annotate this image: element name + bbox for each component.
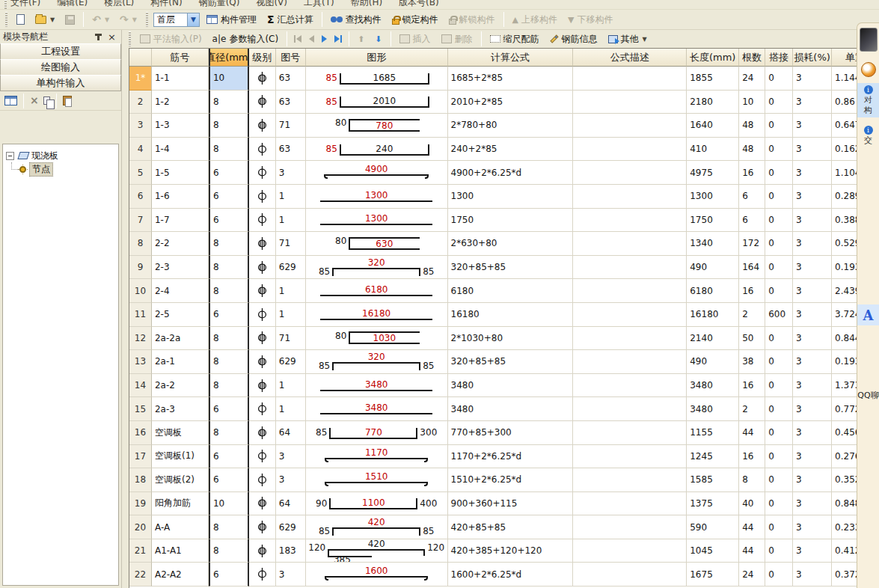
lap-cell[interactable]: 0 [765, 256, 793, 280]
tree-node-joint[interactable]: 节点 [19, 162, 115, 176]
count-cell[interactable]: 40 [739, 492, 765, 516]
formula-cell[interactable]: 4900+2*6.25*d [448, 161, 574, 185]
figure-no-cell[interactable]: 63 [276, 67, 306, 91]
diameter-cell[interactable]: 6 [209, 161, 249, 185]
bar-id-cell[interactable]: 2-5 [152, 303, 209, 327]
count-cell[interactable]: 44 [739, 539, 765, 563]
lap-cell[interactable]: 0 [765, 492, 793, 516]
formula-cell[interactable]: 3480 [448, 397, 574, 421]
diameter-cell[interactable]: 6 [209, 185, 249, 209]
bar-id-cell[interactable]: 1-7 [152, 209, 209, 233]
bar-id-cell[interactable]: 2a-3 [152, 397, 209, 421]
menu-item[interactable]: 帮助(H) [351, 0, 382, 9]
bar-id-cell[interactable]: 2a-1 [152, 350, 209, 374]
figure-cell[interactable]: 1300 [306, 185, 448, 209]
loss-cell[interactable]: 3 [793, 468, 832, 492]
figure-cell[interactable]: 901100400 [306, 492, 448, 516]
count-cell[interactable]: 24 [739, 67, 765, 91]
loss-cell[interactable]: 3 [793, 138, 832, 162]
count-cell[interactable]: 16 [739, 374, 765, 398]
figure-no-cell[interactable]: 3 [276, 445, 306, 469]
lap-cell[interactable]: 0 [765, 114, 793, 138]
figure-cell[interactable]: 80780 [306, 114, 448, 138]
row-number-cell[interactable]: 19 [129, 492, 152, 516]
figure-cell[interactable]: 8542085 [306, 515, 448, 539]
row-number-cell[interactable]: 4 [129, 138, 152, 162]
formula-desc-cell[interactable] [573, 468, 687, 492]
formula-desc-cell[interactable] [573, 185, 687, 209]
header-count[interactable]: 根数 [739, 49, 765, 67]
loss-cell[interactable]: 3 [793, 374, 832, 398]
row-number-cell[interactable]: 12 [129, 327, 152, 351]
figure-no-cell[interactable]: 1 [276, 374, 306, 398]
figure-cell[interactable]: 16180 [306, 303, 448, 327]
next-record-button[interactable] [319, 34, 329, 44]
bar-id-cell[interactable]: 1-1 [152, 67, 209, 91]
figure-no-cell[interactable]: 71 [276, 327, 306, 351]
lap-cell[interactable]: 0 [765, 468, 793, 492]
bar-id-cell[interactable]: 1-4 [152, 138, 209, 162]
new-file-button[interactable] [13, 13, 28, 26]
formula-desc-cell[interactable] [573, 232, 687, 256]
grade-cell[interactable] [249, 515, 276, 539]
lap-cell[interactable]: 0 [765, 209, 793, 233]
tree-node-slab[interactable]: 现浇板 [6, 149, 115, 162]
length-cell[interactable]: 490 [687, 350, 739, 374]
figure-no-cell[interactable]: 63 [276, 138, 306, 162]
formula-cell[interactable]: 770+85+300 [448, 421, 574, 445]
figure-cell[interactable]: 6180 [306, 279, 448, 303]
formula-cell[interactable]: 1685+2*85 [448, 67, 574, 91]
figure-cell[interactable]: 80630 [306, 232, 448, 256]
header-diameter[interactable]: 直径(mm) [209, 49, 249, 67]
toolbar-grip[interactable] [5, 12, 7, 27]
count-cell[interactable]: 44 [739, 421, 765, 445]
figure-cell[interactable]: 4900 [306, 161, 448, 185]
length-cell[interactable]: 3480 [687, 374, 739, 398]
length-cell[interactable]: 1750 [687, 209, 739, 233]
length-cell[interactable]: 3480 [687, 397, 739, 421]
bar-id-cell[interactable]: 2a-2a [152, 327, 209, 351]
formula-cell[interactable]: 1170+2*6.25*d [448, 445, 574, 469]
diameter-cell[interactable]: 10 [209, 67, 249, 91]
formula-cell[interactable]: 1750 [448, 209, 574, 233]
font-style-button[interactable]: A [857, 304, 879, 325]
length-cell[interactable]: 490 [687, 256, 739, 280]
count-cell[interactable]: 172 [739, 232, 765, 256]
bar-id-cell[interactable]: 1-3 [152, 114, 209, 138]
row-down-button[interactable]: ⬇ [371, 34, 385, 45]
pingfa-input-button[interactable]: 平法输入(P) [136, 31, 206, 47]
row-number-cell[interactable]: 8 [129, 232, 152, 256]
bar-id-cell[interactable]: 2-2 [152, 232, 209, 256]
loss-cell[interactable]: 3 [793, 445, 832, 469]
diameter-cell[interactable]: 6 [209, 468, 249, 492]
lap-cell[interactable]: 0 [765, 185, 793, 209]
loss-cell[interactable]: 3 [793, 327, 832, 351]
formula-cell[interactable]: 320+85+85 [448, 256, 574, 280]
count-cell[interactable]: 2 [739, 397, 765, 421]
bar-id-cell[interactable]: 2a-2 [152, 374, 209, 398]
formula-desc-cell[interactable] [573, 539, 687, 563]
lap-cell[interactable]: 0 [765, 563, 793, 587]
formula-cell[interactable]: 420+85+85 [448, 515, 574, 539]
define-component-icon[interactable] [4, 96, 17, 105]
diameter-cell[interactable]: 6 [209, 445, 249, 469]
diameter-cell[interactable]: 8 [209, 138, 249, 162]
grade-cell[interactable] [249, 114, 276, 138]
figure-cell[interactable]: 85240 [306, 138, 448, 162]
menu-item[interactable]: 编辑(E) [57, 0, 88, 9]
grade-cell[interactable] [249, 397, 276, 421]
figure-no-cell[interactable]: 629 [276, 350, 306, 374]
close-icon[interactable]: × [105, 32, 118, 42]
count-cell[interactable]: 16 [739, 161, 765, 185]
row-number-cell[interactable]: 1* [129, 67, 152, 91]
floor-select[interactable]: 首层 ▼ [153, 13, 200, 27]
save-button[interactable] [61, 13, 79, 26]
row-number-cell[interactable]: 9 [129, 256, 152, 280]
scale-rebar-button[interactable]: 缩尺配筋 [486, 31, 543, 47]
copy-icon[interactable] [43, 97, 50, 105]
row-number-cell[interactable]: 6 [129, 185, 152, 209]
count-cell[interactable]: 38 [739, 350, 765, 374]
loss-cell[interactable]: 3 [793, 539, 832, 563]
header-loss[interactable]: 损耗(%) [793, 49, 832, 67]
count-cell[interactable]: 50 [739, 327, 765, 351]
